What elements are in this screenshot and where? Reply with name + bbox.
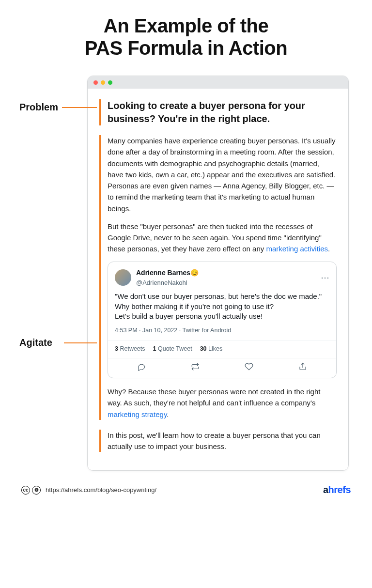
more-icon[interactable]: ⋯ bbox=[321, 273, 329, 282]
traffic-light-zoom-icon bbox=[108, 80, 112, 85]
footer: cc ❶ https://ahrefs.com/blog/seo-copywri… bbox=[19, 484, 353, 495]
browser-mock: Looking to create a buyer persona for yo… bbox=[87, 76, 349, 471]
problem-headline: Looking to create a buyer persona for yo… bbox=[108, 99, 337, 125]
section-agitate: Many companies have experience creating … bbox=[99, 135, 337, 420]
cc-icons: cc ❶ bbox=[21, 486, 41, 495]
diagram-stage: Problem Agitate Solution Looking to crea… bbox=[19, 76, 353, 471]
share-icon[interactable] bbox=[298, 362, 307, 374]
cc-by-icon: ❶ bbox=[32, 486, 41, 495]
embedded-tweet[interactable]: Adrienne Barnes😊 @AdrienneNakohl ⋯ "We d… bbox=[108, 262, 337, 379]
section-problem: Looking to create a buyer persona for yo… bbox=[99, 99, 337, 125]
label-problem: Problem bbox=[19, 102, 58, 113]
solution-text: In this post, we'll learn how to create … bbox=[108, 430, 337, 452]
link-marketing-strategy[interactable]: marketing strategy bbox=[108, 410, 167, 418]
titlebar bbox=[88, 76, 348, 89]
reply-icon[interactable] bbox=[137, 362, 146, 374]
link-marketing-activities[interactable]: marketing activities bbox=[266, 245, 328, 253]
cc-license-icon: cc bbox=[21, 486, 30, 495]
like-icon[interactable] bbox=[245, 362, 253, 374]
tweet-author-name: Adrienne Barnes😊 bbox=[136, 268, 199, 279]
agitate-paragraph-2: But these "buyer personas" are then tuck… bbox=[108, 221, 337, 255]
brand-logo: ahrefs bbox=[323, 484, 351, 495]
tweet-author-handle: @AdrienneNakohl bbox=[136, 278, 199, 288]
connector-lines bbox=[19, 76, 97, 510]
traffic-light-minimize-icon bbox=[101, 80, 105, 85]
tweet-timestamp: 4:53 PM · Jan 10, 2022 · Twitter for And… bbox=[108, 326, 336, 340]
source-url: https://ahrefs.com/blog/seo-copywriting/ bbox=[46, 486, 156, 494]
page-title: An Example of the PAS Formula in Action bbox=[19, 15, 353, 59]
agitate-paragraph-3: Why? Because these buyer personas were n… bbox=[108, 386, 337, 420]
tweet-text: "We don't use our buyer personas, but he… bbox=[108, 291, 336, 326]
retweet-icon[interactable] bbox=[191, 362, 200, 374]
traffic-light-close-icon bbox=[93, 80, 98, 85]
label-agitate: Agitate bbox=[19, 337, 52, 348]
tweet-stats: 3 Retweets 1 Quote Tweet 30 Likes bbox=[108, 340, 336, 357]
section-solution: In this post, we'll learn how to create … bbox=[99, 430, 337, 452]
avatar bbox=[115, 269, 131, 286]
agitate-paragraph-1: Many companies have experience creating … bbox=[108, 135, 337, 214]
